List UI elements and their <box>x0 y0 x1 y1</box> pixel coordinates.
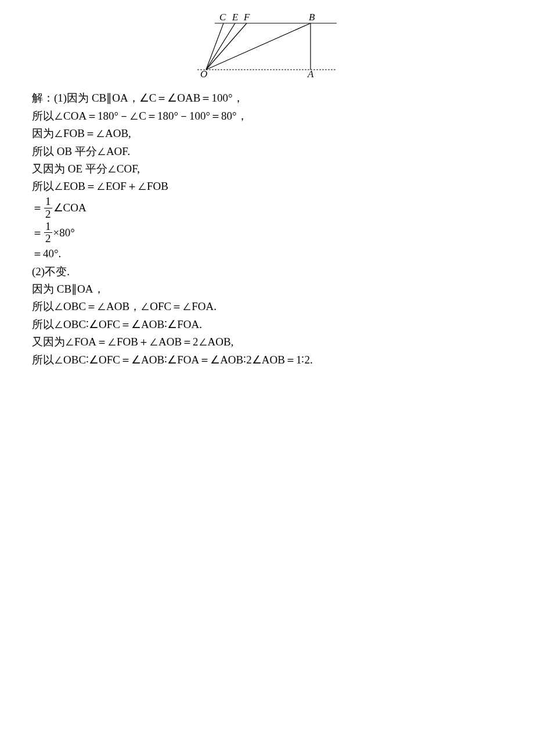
text-line: 所以∠OBC∶∠OFC＝∠AOB∶∠FOA＝∠AOB∶2∠AOB＝1∶2. <box>32 351 502 369</box>
label-E: E <box>232 12 239 23</box>
label-F: F <box>243 12 250 23</box>
geometry-diagram: C E F B O A <box>0 0 534 89</box>
text-line: ＝12×80° <box>32 221 502 246</box>
text-line: 所以∠EOB＝∠EOF＋∠FOB <box>32 178 502 195</box>
label-A: A <box>307 69 314 80</box>
text-line: 所以 OB 平分∠AOF. <box>32 143 502 160</box>
text-line: 所以∠OBC＝∠AOB，∠OFC＝∠FOA. <box>32 298 502 315</box>
text-line: 所以∠COA＝180°－∠C＝180°－100°＝80°， <box>32 107 502 125</box>
text-line: 所以∠OBC∶∠OFC＝∠AOB∶∠FOA. <box>32 316 502 333</box>
label-C: C <box>219 12 226 23</box>
eq-text: ＝ <box>32 226 43 239</box>
text-line: ＝40°. <box>32 245 502 262</box>
fraction: 12 <box>44 221 52 246</box>
label-B: B <box>309 12 315 23</box>
eq-text: ＝ <box>32 201 43 214</box>
text-line: 因为 CB∥OA， <box>32 280 502 298</box>
text-line: 又因为 OE 平分∠COF, <box>32 160 502 178</box>
text-line: 解：(1)因为 CB∥OA，∠C＝∠OAB＝100°， <box>32 89 502 107</box>
text-line: (2)不变. <box>32 263 502 280</box>
solution-text: 解：(1)因为 CB∥OA，∠C＝∠OAB＝100°， 所以∠COA＝180°－… <box>0 89 534 369</box>
label-O: O <box>200 69 207 80</box>
text-line: ＝12∠COA <box>32 196 502 221</box>
eq-text: ×80° <box>53 226 75 239</box>
eq-text: ∠COA <box>53 201 86 214</box>
text-line: 因为∠FOB＝∠AOB, <box>32 125 502 142</box>
svg-line-4 <box>206 23 247 70</box>
text-line: 又因为∠FOA＝∠FOB＋∠AOB＝2∠AOB, <box>32 333 502 351</box>
fraction: 12 <box>44 196 52 221</box>
diagram-svg: C E F B O A <box>192 12 342 81</box>
svg-line-5 <box>206 23 311 70</box>
